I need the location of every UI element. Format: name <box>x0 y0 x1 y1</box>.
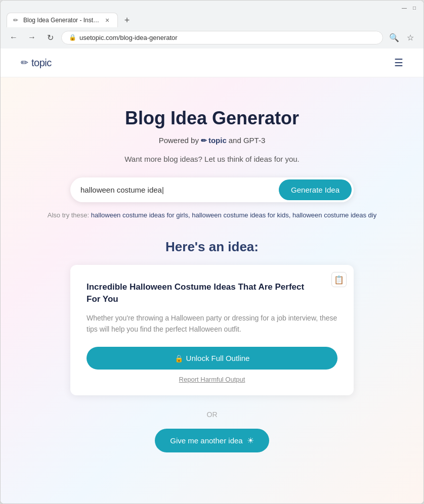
refresh-button[interactable]: ↻ <box>43 30 57 44</box>
address-bar[interactable]: 🔒 usetopic.com/blog-idea-generator <box>61 31 383 44</box>
hamburger-menu-icon[interactable]: ☰ <box>394 57 403 69</box>
tab-title: Blog Idea Generator - Instant Co... <box>23 17 100 24</box>
also-try-label: Also try these: <box>48 211 89 219</box>
active-tab[interactable]: ✏ Blog Idea Generator - Instant Co... × <box>7 13 118 27</box>
main-area: Blog Idea Generator Powered by ✏ topic a… <box>1 77 423 473</box>
bulb-icon: ☀ <box>247 436 254 445</box>
logo-area: ✏ topic <box>21 57 52 69</box>
copy-icon-button[interactable]: 📋 <box>331 272 347 287</box>
page-content: ✏ topic ☰ Blog Idea Generator Powered by… <box>1 49 423 503</box>
tab-favicon-icon: ✏ <box>13 17 20 24</box>
tab-bar: ✏ Blog Idea Generator - Instant Co... × … <box>7 13 417 27</box>
minimize-button[interactable]: — <box>401 5 407 11</box>
site-header: ✏ topic ☰ <box>1 49 423 77</box>
browser-window: — □ ✏ Blog Idea Generator - Instant Co..… <box>0 0 424 504</box>
or-divider: OR <box>207 410 218 419</box>
topic-pen-icon: ✏ <box>201 136 207 145</box>
also-try-section: Also try these: halloween costume ideas … <box>48 211 376 219</box>
tab-close-button[interactable]: × <box>103 16 111 24</box>
forward-button[interactable]: → <box>25 30 39 44</box>
idea-title: Incredible Halloween Costume Ideas That … <box>87 281 337 305</box>
subtitle-text: Want more blog ideas? Let us think of id… <box>124 155 299 163</box>
generate-idea-button[interactable]: Generate Idea <box>279 179 352 200</box>
idea-description: Whether you're throwing a Halloween part… <box>87 312 337 335</box>
give-me-another-idea-button[interactable]: Give me another idea ☀ <box>155 429 269 452</box>
unlock-btn-label: Unlock Full Outline <box>186 354 250 362</box>
powered-by-prefix: Powered by <box>159 136 199 145</box>
idea-card: 📋 Incredible Halloween Costume Ideas Tha… <box>70 265 354 395</box>
search-row: Generate Idea <box>70 177 354 202</box>
logo-text: topic <box>31 57 52 69</box>
also-try-link-3[interactable]: halloween costume ideas diy <box>292 211 376 219</box>
window-controls: — □ <box>7 5 417 11</box>
topic-name: topic <box>208 136 227 145</box>
lock-symbol-icon: 🔒 <box>175 354 183 362</box>
maximize-button[interactable]: □ <box>411 5 417 11</box>
another-idea-label: Give me another idea <box>170 436 242 445</box>
new-tab-button[interactable]: + <box>120 13 134 27</box>
back-button[interactable]: ← <box>7 30 21 44</box>
report-harmful-output-link[interactable]: Report Harmful Output <box>87 376 337 383</box>
lock-icon: 🔒 <box>69 34 76 41</box>
logo-pen-icon: ✏ <box>21 57 28 68</box>
toolbar-icons: 🔍 ☆ <box>387 30 417 44</box>
bookmark-button[interactable]: ☆ <box>403 30 417 44</box>
address-bar-row: ← → ↻ 🔒 usetopic.com/blog-idea-generator… <box>1 27 423 49</box>
powered-by-line: Powered by ✏ topic and GPT-3 <box>159 136 266 145</box>
idea-section-heading: Here's an idea: <box>165 239 259 255</box>
search-input[interactable] <box>80 180 279 199</box>
powered-topic: ✏ topic <box>201 136 227 145</box>
powered-by-suffix: and GPT-3 <box>229 136 266 145</box>
browser-search-button[interactable]: 🔍 <box>387 30 401 44</box>
also-try-link-1[interactable]: halloween costume ideas for girls, <box>91 211 190 219</box>
browser-titlebar: — □ ✏ Blog Idea Generator - Instant Co..… <box>1 1 423 27</box>
also-try-link-2[interactable]: halloween costume ideas for kids, <box>192 211 290 219</box>
address-text: usetopic.com/blog-idea-generator <box>79 34 178 41</box>
page-title: Blog Idea Generator <box>125 108 299 129</box>
unlock-full-outline-button[interactable]: 🔒 Unlock Full Outline <box>87 347 337 370</box>
